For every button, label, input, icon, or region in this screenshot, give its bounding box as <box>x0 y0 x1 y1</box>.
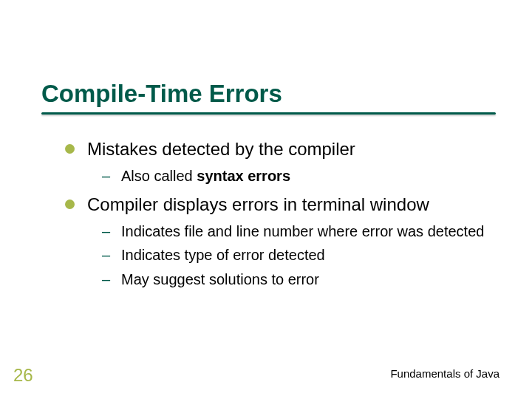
title-block: Compile-Time Errors <box>41 80 502 115</box>
bullet-list-l2: Also called syntax errors <box>87 167 495 185</box>
list-item: Compiler displays errors in terminal win… <box>65 194 495 288</box>
bullet-list-l2: Indicates file and line number where err… <box>87 222 495 288</box>
bullet-list-l1: Mistakes detected by the compiler Also c… <box>65 139 495 288</box>
list-item-text: May suggest solutions to error <box>121 271 319 287</box>
list-item-text: Mistakes detected by the compiler <box>87 139 355 159</box>
slide: Compile-Time Errors Mistakes detected by… <box>0 0 532 399</box>
list-item-bold: syntax errors <box>197 168 290 184</box>
page-number: 26 <box>13 365 33 386</box>
list-item-text: Indicates file and line number where err… <box>121 223 484 239</box>
list-item-text: Indicates type of error detected <box>121 247 325 263</box>
list-item-text: Compiler displays errors in terminal win… <box>87 194 429 214</box>
list-item: May suggest solutions to error <box>102 270 495 288</box>
list-item-text: Also called <box>121 168 197 184</box>
footer-text: Fundamentals of Java <box>390 367 499 380</box>
slide-content: Mistakes detected by the compiler Also c… <box>65 139 495 297</box>
list-item: Indicates file and line number where err… <box>102 222 495 240</box>
list-item: Indicates type of error detected <box>102 246 495 264</box>
slide-title: Compile-Time Errors <box>41 80 502 108</box>
list-item: Also called syntax errors <box>102 167 495 185</box>
title-underline <box>41 112 496 115</box>
list-item: Mistakes detected by the compiler Also c… <box>65 139 495 185</box>
